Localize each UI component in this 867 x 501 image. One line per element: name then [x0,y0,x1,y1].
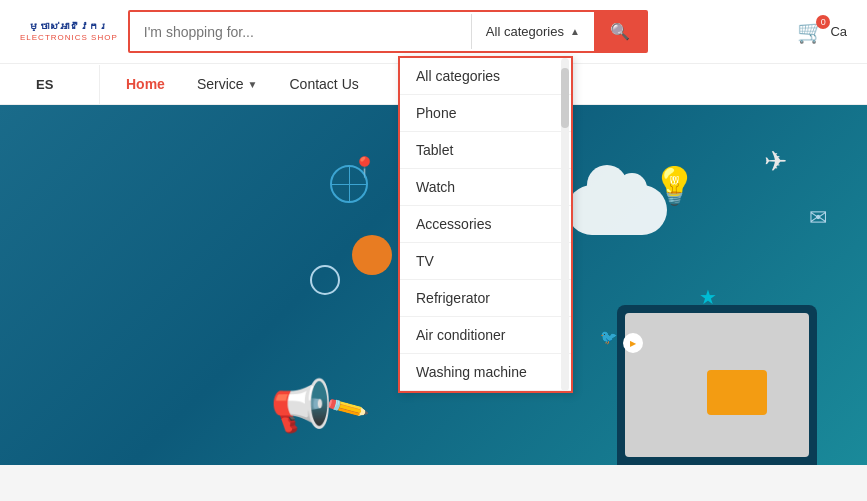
nav-links: Home Service ▼ Contact Us [100,64,385,104]
category-label: All categories [486,24,564,39]
search-input[interactable] [130,14,471,50]
dropdown-item-tv[interactable]: TV [400,243,571,280]
logo-line2: ELECTRONICS SHOP [20,33,118,42]
dropdown-item-all[interactable]: All categories [400,58,571,95]
video-player-decoration: ▶ [707,370,767,415]
chevron-up-icon: ▲ [570,26,580,37]
nav-link-home[interactable]: Home [110,64,181,104]
logo-line1: ម្ចាស់អាជីវករ [29,21,108,33]
cart-label: Ca [830,24,847,39]
globe-icon [330,165,368,203]
cart-icon-wrap: 🛒 0 [797,19,824,45]
lightbulb-icon: 💡 [652,165,697,207]
search-button[interactable]: 🔍 [594,12,646,51]
dropdown-item-refrigerator[interactable]: Refrigerator [400,280,571,317]
dropdown-item-air-conditioner[interactable]: Air conditioner [400,317,571,354]
play-button-icon: ▶ [623,333,643,353]
search-icon: 🔍 [610,22,630,41]
bird-icon: 🐦 [600,329,617,345]
nav-sidebar-label: ES [20,65,100,104]
logo: ម្ចាស់អាជីវករ ELECTRONICS SHOP [20,21,118,42]
clock-icon [310,265,340,295]
dropdown-scrollbar-thumb [561,68,569,128]
dropdown-item-washing-machine[interactable]: Washing machine [400,354,571,391]
dropdown-item-watch[interactable]: Watch [400,169,571,206]
dropdown-item-accessories[interactable]: Accessories [400,206,571,243]
dropdown-item-tablet[interactable]: Tablet [400,132,571,169]
dropdown-item-phone[interactable]: Phone [400,95,571,132]
category-select[interactable]: All categories ▲ [471,14,594,49]
envelope-icon: ✉ [809,205,827,231]
nav-link-service-label: Service [197,76,244,92]
chevron-down-icon: ▼ [248,79,258,90]
nav-link-service[interactable]: Service ▼ [181,64,274,104]
nav-link-contact-label: Contact Us [290,76,359,92]
cart-area[interactable]: 🛒 0 Ca [797,19,847,45]
search-wrapper: All categories ▲ 🔍 [128,10,648,53]
orange-circle-decoration [352,235,392,275]
plane-icon: ✈ [764,145,787,178]
nav-link-home-label: Home [126,76,165,92]
cart-count: 0 [816,15,830,29]
header: ម្ចាស់អាជីវករ ELECTRONICS SHOP All categ… [0,0,867,64]
megaphone-icon: 📢 [270,377,332,435]
dropdown-scrollbar[interactable] [561,58,569,391]
category-dropdown: All categories Phone Tablet Watch Access… [398,56,573,393]
nav-link-contact[interactable]: Contact Us [274,64,375,104]
